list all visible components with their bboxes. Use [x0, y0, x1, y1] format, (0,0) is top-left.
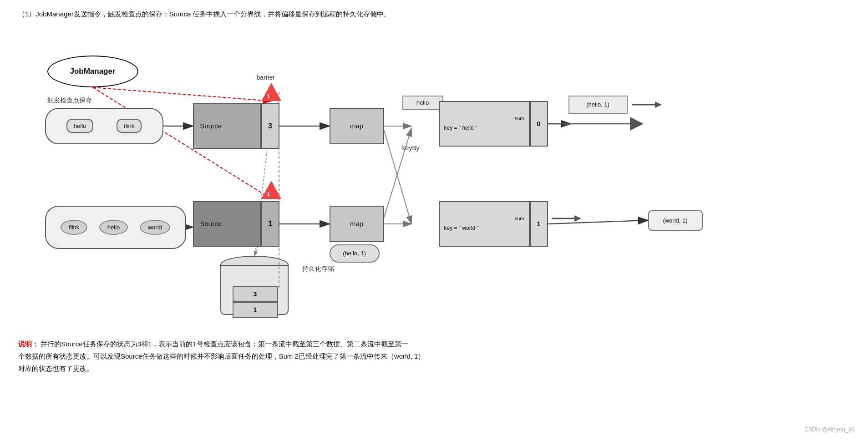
- diagram-svg: [20, 28, 848, 329]
- source1-box: Source: [193, 103, 261, 149]
- bottom-text-area: 说明： 并行的Source任务保存的状态为3和1，表示当前的1号检查点应该包含：…: [18, 338, 850, 375]
- stream1-item-flink: flink: [117, 119, 142, 133]
- svg-line-8: [384, 128, 411, 217]
- source2-box: Source: [193, 201, 261, 247]
- barrier1-triangle: [261, 83, 281, 101]
- source1-num: 3: [261, 103, 279, 149]
- stream2-item-flink: flink: [61, 220, 87, 235]
- sum2-label: sum: [444, 215, 524, 223]
- svg-marker-23: [574, 215, 581, 222]
- stream2-item-world: world: [140, 220, 170, 235]
- barrier2-num: 1: [267, 191, 270, 198]
- db-num2: 1: [233, 302, 278, 318]
- db-num1: 3: [233, 286, 278, 302]
- persistence-label: 持久化存储: [302, 265, 334, 273]
- sum2-num: 1: [530, 201, 548, 247]
- svg-marker-21: [655, 101, 662, 108]
- stream1-cylinder: hello flink: [45, 108, 163, 144]
- source2-num: 1: [261, 201, 279, 247]
- svg-line-0: [93, 87, 271, 101]
- result-top-box: (hello, 1): [569, 96, 628, 114]
- diagram-area: JobManager 触发检查点保存 hello flink flink hel…: [20, 28, 848, 329]
- sum2-box: sum key = " world ": [439, 201, 530, 247]
- sum1-num: 0: [530, 101, 548, 147]
- keyby-label: keyBy: [402, 144, 420, 152]
- sum2-key: key = " world ": [444, 224, 479, 233]
- sum1-label: sum: [444, 115, 524, 123]
- sum1-key: key = " hello ": [444, 124, 477, 132]
- map1-box: map: [330, 108, 384, 144]
- barrier2-triangle: [261, 181, 281, 199]
- barrier1-num: 1: [267, 93, 270, 100]
- watermark: CSDN @Aimyon_36: [804, 426, 854, 433]
- result-top-arrow: [632, 98, 664, 112]
- sum1-box: sum key = " hello ": [439, 101, 530, 147]
- hello-bottom-center-box: (hello, 1): [330, 244, 380, 263]
- stream2-item-hello: hello: [99, 220, 128, 235]
- map2-box: map: [330, 206, 384, 242]
- result-bottom-box: (world, 1): [648, 210, 703, 231]
- stream2-cylinder: flink hello world: [45, 206, 186, 249]
- barrier-label: barrier: [257, 74, 275, 81]
- result-bottom-arrow: [552, 212, 584, 225]
- jobmanager-ellipse: JobManager: [47, 56, 138, 87]
- top-description: （1）JobManager发送指令，触发检查点的保存；Source 任务中插入一…: [18, 8, 850, 20]
- trigger-text: 触发检查点保存: [47, 96, 92, 105]
- stream1-item-hello: hello: [66, 119, 93, 133]
- hello-top-box: hello: [402, 96, 443, 110]
- svg-marker-12: [630, 117, 644, 131]
